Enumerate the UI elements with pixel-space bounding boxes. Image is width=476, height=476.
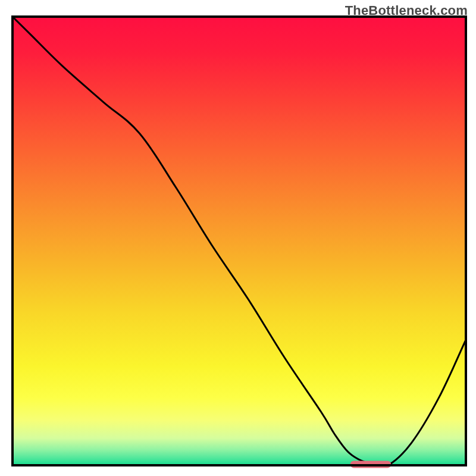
gradient-background: [12, 17, 466, 465]
chart-svg: [0, 0, 476, 476]
watermark-label: TheBottleneck.com: [345, 3, 468, 18]
chart-container: TheBottleneck.com: [0, 0, 476, 476]
plot-area: [12, 17, 466, 468]
